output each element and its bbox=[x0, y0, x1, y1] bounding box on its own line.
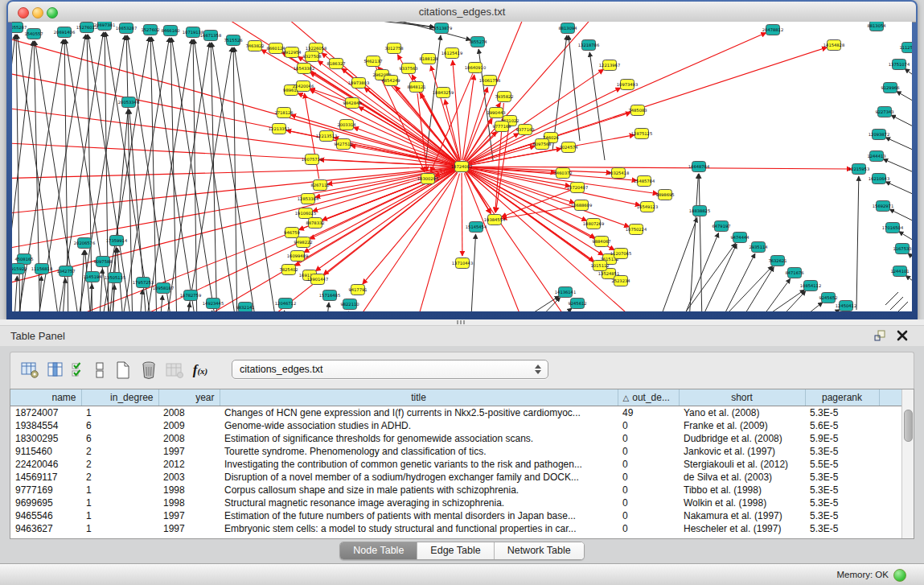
graph-node[interactable]: 19384554 bbox=[484, 215, 506, 225]
graph-node[interactable]: 12875125 bbox=[631, 129, 652, 139]
graph-node[interactable]: 8466160 bbox=[161, 26, 179, 36]
graph-node[interactable]: 9129966 bbox=[881, 83, 899, 93]
graph-node[interactable]: 17957253 bbox=[133, 278, 154, 288]
graph-node[interactable]: 9777169 bbox=[492, 122, 511, 132]
graph-node[interactable]: 9097588 bbox=[93, 257, 112, 267]
graph-node[interactable]: 1527602 bbox=[141, 25, 159, 35]
new-column-icon[interactable] bbox=[110, 357, 136, 383]
window-titlebar[interactable]: citations_edges.txt bbox=[8, 2, 916, 23]
graph-node[interactable]: 946759 bbox=[284, 228, 300, 238]
graph-node[interactable]: 10653287 bbox=[116, 23, 137, 34]
graph-node[interactable]: 12213967 bbox=[599, 60, 620, 71]
column-visibility-icon[interactable] bbox=[43, 357, 68, 383]
graph-node[interactable]: 17359914 bbox=[106, 236, 128, 246]
graph-node[interactable]: 10075710 bbox=[302, 154, 322, 165]
graph-node[interactable]: 1015112 bbox=[590, 261, 609, 271]
graph-node[interactable]: 9377163 bbox=[515, 125, 534, 135]
column-header-short[interactable]: short bbox=[679, 389, 805, 406]
float-panel-icon[interactable] bbox=[873, 328, 887, 343]
graph-node[interactable]: 8267110 bbox=[310, 180, 329, 191]
column-header-out_de[interactable]: △out_de... bbox=[618, 389, 679, 406]
table-row[interactable]: 911546021997Tourette syndrome. Phenomeno… bbox=[10, 445, 901, 458]
table-row[interactable]: 1872400712008Changes of HCN gene express… bbox=[10, 406, 901, 420]
graph-node[interactable]: 7935822 bbox=[495, 92, 513, 102]
merge-column-icon[interactable] bbox=[89, 357, 110, 383]
graph-node[interactable]: 7855274 bbox=[468, 37, 487, 47]
tab-node-table[interactable]: Node Table bbox=[340, 542, 417, 559]
graph-node[interactable]: 9898695 bbox=[655, 190, 674, 200]
graph-node[interactable]: 8188128 bbox=[419, 54, 437, 64]
graph-node[interactable]: 2718126 bbox=[274, 108, 293, 118]
graph-node[interactable]: 7485083 bbox=[628, 105, 647, 116]
function-builder-icon[interactable]: f(x) bbox=[187, 357, 213, 383]
graph-node[interactable]: 12450412 bbox=[836, 301, 856, 311]
graph-node[interactable]: 20691406 bbox=[54, 27, 75, 38]
delete-table-icon[interactable] bbox=[162, 357, 187, 383]
close-panel-icon[interactable] bbox=[895, 328, 910, 343]
graph-node[interactable]: 20053346 bbox=[118, 97, 139, 108]
selection-checks-icon[interactable] bbox=[68, 357, 89, 383]
table-row[interactable]: 969969511998Structural magnetic resonanc… bbox=[10, 496, 901, 509]
graph-node[interactable]: 9832141 bbox=[236, 303, 254, 312]
graph-node[interactable]: 1540557 bbox=[24, 29, 43, 39]
graph-node[interactable]: 3012758 bbox=[384, 43, 403, 54]
graph-node[interactable]: 19106025 bbox=[295, 208, 316, 219]
graph-node[interactable]: 18640910 bbox=[465, 63, 486, 73]
graph-node[interactable]: 9337563 bbox=[399, 64, 417, 74]
graph-node[interactable]: 1244413 bbox=[867, 151, 885, 162]
graph-node[interactable]: 14923445 bbox=[203, 299, 224, 309]
graph-node[interactable]: 18843259 bbox=[433, 88, 454, 98]
graph-node[interactable]: 9822110 bbox=[340, 299, 359, 310]
table-row[interactable]: 946362711997Embryonic stem cells: a mode… bbox=[10, 522, 901, 535]
graph-node[interactable]: 8813094 bbox=[558, 23, 577, 34]
graph-node[interactable]: 8848121 bbox=[407, 82, 425, 93]
graph-node[interactable]: 16513879 bbox=[431, 23, 452, 34]
table-row[interactable]: 946554611997Estimation of the future num… bbox=[10, 509, 901, 522]
graph-node[interactable]: 1145194 bbox=[83, 272, 102, 282]
table-scrollbar[interactable] bbox=[901, 389, 914, 538]
graph-node[interactable]: 8186327 bbox=[326, 59, 345, 69]
graph-node[interactable]: 3024574 bbox=[559, 142, 578, 153]
network-canvas[interactable]: 1872400774638228660124891295413226058932… bbox=[12, 22, 912, 311]
table-row[interactable]: 977716911998Corpus callosum shape and si… bbox=[10, 484, 901, 496]
graph-node[interactable]: 9327508 bbox=[302, 51, 321, 62]
graph-node[interactable]: 1990443 bbox=[487, 108, 505, 118]
table-row[interactable]: 1830029562008Estimation of significance … bbox=[10, 432, 901, 445]
graph-node[interactable]: 16549123 bbox=[637, 202, 658, 212]
graph-node[interactable]: 16648784 bbox=[688, 162, 710, 172]
graph-node[interactable]: 13710443 bbox=[452, 258, 473, 269]
graph-node[interactable]: 14136141 bbox=[555, 287, 576, 298]
graph-node[interactable]: 4508165 bbox=[14, 254, 33, 265]
graph-node[interactable]: 6097568 bbox=[532, 139, 551, 150]
graph-node[interactable]: 9884067 bbox=[592, 237, 610, 247]
graph-node[interactable]: 1244101 bbox=[890, 266, 909, 277]
graph-node[interactable]: 8878332 bbox=[306, 218, 324, 229]
graph-node[interactable]: 16782759 bbox=[180, 290, 201, 301]
graph-node[interactable]: 5462137 bbox=[363, 56, 382, 67]
graph-node[interactable]: 8912954 bbox=[282, 47, 302, 58]
graph-node[interactable]: 9417791 bbox=[348, 285, 367, 295]
graph-node[interactable]: 7515526 bbox=[224, 35, 242, 46]
table-row[interactable]: 1938455462009Genome-wide association stu… bbox=[10, 419, 901, 432]
panel-splitter[interactable] bbox=[0, 319, 924, 326]
table-row[interactable]: 1456911722003Disruption of a novel membe… bbox=[10, 471, 901, 484]
graph-node[interactable]: 1167533 bbox=[893, 244, 911, 254]
graph-node[interactable]: 12215953 bbox=[848, 164, 869, 175]
graph-node[interactable]: 7463822 bbox=[245, 41, 264, 51]
graph-node[interactable]: 10854112 bbox=[800, 281, 821, 291]
graph-node[interactable]: 6479197 bbox=[712, 221, 730, 232]
graph-node[interactable]: 8471676 bbox=[785, 268, 803, 278]
graph-node[interactable]: 9498222 bbox=[294, 237, 312, 248]
graph-node[interactable]: 10750224 bbox=[626, 225, 647, 235]
graph-node[interactable]: 10688609 bbox=[571, 200, 592, 211]
graph-node[interactable]: 13751074 bbox=[889, 60, 910, 70]
graph-node[interactable]: 9227343 bbox=[875, 107, 893, 117]
column-header-filler[interactable] bbox=[879, 389, 901, 406]
graph-node[interactable]: 9842843 bbox=[343, 98, 361, 109]
graph-node[interactable]: 9245652 bbox=[819, 293, 837, 303]
graph-node[interactable]: 7825402 bbox=[279, 265, 298, 275]
column-header-pagerank[interactable]: pagerank bbox=[805, 389, 879, 406]
graph-node[interactable]: 15716485 bbox=[319, 290, 340, 301]
graph-node[interactable]: 8813054 bbox=[867, 22, 886, 31]
graph-node[interactable]: 2003314 bbox=[337, 120, 356, 130]
